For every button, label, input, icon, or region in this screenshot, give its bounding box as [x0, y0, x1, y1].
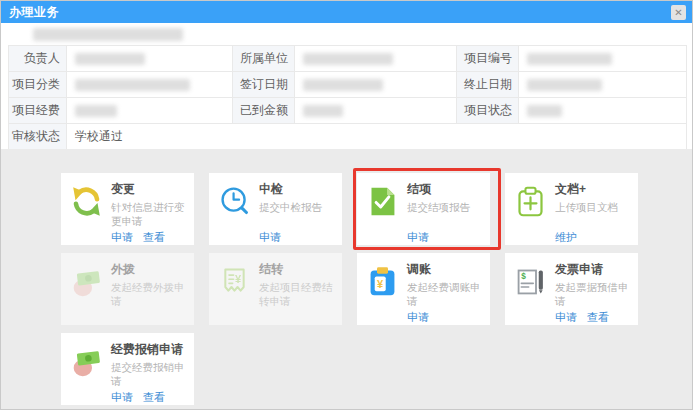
card-title: 调账	[407, 262, 488, 277]
field-value-status	[519, 98, 687, 124]
field-value-category	[67, 72, 233, 98]
project-info-table: 负责人 所属单位 项目编号 项目分类 签订日期 终止日期 项目经费 已到金额 项…	[8, 45, 687, 150]
close-icon: ✕	[674, 7, 682, 18]
field-label-status: 项目状态	[457, 98, 519, 124]
field-label-funds: 项目经费	[9, 98, 67, 124]
dialog-titlebar: 办理业务 ✕	[1, 1, 692, 23]
redacted-value	[527, 79, 602, 91]
card-links: 申请	[407, 310, 488, 325]
field-label-unit: 所属单位	[233, 46, 295, 72]
svg-text:$: $	[521, 272, 526, 281]
field-value-owner	[67, 46, 233, 72]
redacted-value	[75, 105, 117, 117]
apply-link[interactable]: 申请	[407, 311, 429, 323]
clock-magnifier-icon	[218, 185, 251, 218]
card-invoice-request[interactable]: $ 发票申请 发起票据预借申请 申请查看	[505, 253, 638, 325]
change-arrows-icon	[70, 185, 103, 218]
money-hand-icon	[70, 265, 103, 298]
card-title: 发票申请	[555, 262, 636, 277]
card-conclusion[interactable]: 结项 提交结项报告 申请	[357, 173, 490, 245]
card-title: 结转	[259, 262, 340, 277]
card-desc: 提交中检报告	[259, 200, 340, 228]
field-value-funds	[67, 98, 233, 124]
field-value-sign-date	[295, 72, 457, 98]
money-hand-icon	[70, 345, 103, 378]
card-desc: 提交结项报告	[407, 200, 488, 228]
table-row: 负责人 所属单位 项目编号	[9, 46, 687, 72]
card-title: 外拨	[111, 262, 192, 277]
actions-panel: 变更 针对信息进行变更申请 申请查看 中检	[1, 149, 692, 409]
card-desc: 发起经费调账申请	[407, 280, 488, 308]
card-desc: 发起经费外拨申请	[111, 280, 192, 308]
receipt-yen-icon: ¥	[218, 265, 251, 298]
svg-text:¥: ¥	[377, 278, 384, 290]
card-midterm-check[interactable]: 中检 提交中检报告 申请	[209, 173, 342, 245]
card-documents[interactable]: 文档+ 上传项目文档 维护	[505, 173, 638, 245]
field-label-review-status: 审核状态	[9, 124, 67, 150]
view-link[interactable]: 查看	[143, 231, 165, 243]
card-links: 申请查看	[111, 390, 192, 405]
card-desc: 发起项目经费结转申请	[259, 280, 340, 308]
svg-text:¥: ¥	[235, 273, 242, 285]
view-link[interactable]: 查看	[143, 391, 165, 403]
redacted-value	[527, 53, 612, 65]
dialog-title: 办理业务	[9, 4, 59, 21]
table-row: 项目分类 签订日期 终止日期	[9, 72, 687, 98]
apply-link[interactable]: 申请	[407, 231, 429, 243]
field-value-received	[295, 98, 457, 124]
ledger-yen-icon: ¥	[366, 265, 399, 298]
field-value-project-no	[519, 46, 687, 72]
field-value-end-date	[519, 72, 687, 98]
field-value-review-status: 学校通过	[67, 124, 687, 150]
redacted-project-name	[33, 28, 183, 41]
apply-link[interactable]: 申请	[111, 231, 133, 243]
redacted-value	[303, 53, 393, 65]
card-desc: 发起票据预借申请	[555, 280, 636, 308]
card-links: 申请查看	[555, 310, 636, 325]
field-value-unit	[295, 46, 457, 72]
redacted-value	[75, 79, 190, 91]
dialog-window: 办理业务 ✕ 负责人 所属单位 项目编号 项目分类 签订日期 终止日期 项目经费…	[0, 0, 693, 410]
card-carryover: ¥ 结转 发起项目经费结转申请	[209, 253, 342, 325]
card-desc: 针对信息进行变更申请	[111, 200, 192, 228]
card-outbound-transfer: 外拨 发起经费外拨申请	[61, 253, 194, 325]
maintain-link[interactable]: 维护	[555, 231, 577, 243]
field-label-owner: 负责人	[9, 46, 67, 72]
apply-link[interactable]: 申请	[555, 311, 577, 323]
redacted-value	[303, 79, 383, 91]
card-desc: 提交经费报销申请	[111, 360, 192, 388]
view-link[interactable]: 查看	[587, 311, 609, 323]
redacted-value	[527, 105, 562, 117]
card-links: 申请	[407, 230, 488, 245]
redacted-value	[303, 105, 343, 117]
card-reimbursement[interactable]: 经费报销申请 提交经费报销申请 申请查看	[61, 333, 194, 405]
redacted-value	[75, 53, 145, 65]
field-label-project-no: 项目编号	[457, 46, 519, 72]
card-links: 维护	[555, 230, 636, 245]
field-label-sign-date: 签订日期	[233, 72, 295, 98]
card-links: 申请	[259, 230, 340, 245]
check-document-icon	[366, 185, 399, 218]
field-label-category: 项目分类	[9, 72, 67, 98]
card-account-adjustment[interactable]: ¥ 调账 发起经费调账申请 申请	[357, 253, 490, 325]
card-title: 结项	[407, 182, 488, 197]
field-label-end-date: 终止日期	[457, 72, 519, 98]
card-links: 申请查看	[111, 230, 192, 245]
clipboard-plus-icon	[514, 185, 547, 218]
card-title: 文档+	[555, 182, 636, 197]
card-desc: 上传项目文档	[555, 200, 636, 228]
action-cards-grid: 变更 针对信息进行变更申请 申请查看 中检	[61, 173, 643, 405]
invoice-pen-icon: $	[514, 265, 547, 298]
apply-link[interactable]: 申请	[259, 231, 281, 243]
apply-link[interactable]: 申请	[111, 391, 133, 403]
project-title-row	[1, 23, 692, 45]
field-label-received: 已到金额	[233, 98, 295, 124]
card-title: 变更	[111, 182, 192, 197]
card-change[interactable]: 变更 针对信息进行变更申请 申请查看	[61, 173, 194, 245]
table-row: 审核状态 学校通过	[9, 124, 687, 150]
close-button[interactable]: ✕	[671, 5, 686, 20]
table-row: 项目经费 已到金额 项目状态	[9, 98, 687, 124]
card-title: 经费报销申请	[111, 342, 192, 357]
card-title: 中检	[259, 182, 340, 197]
